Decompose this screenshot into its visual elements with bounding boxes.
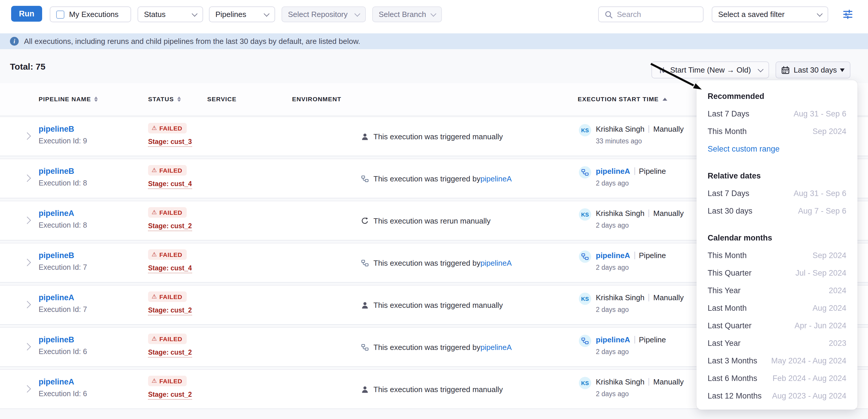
branch-filter-dropdown[interactable]: Select Branch	[372, 6, 442, 22]
sort-dropdown[interactable]: Start Time (New → Old)	[651, 61, 769, 78]
column-header-label: ENVIRONMENT	[292, 95, 341, 102]
failed-stage-link[interactable]: Stage: cust_4	[148, 180, 192, 189]
date-option-range: 2023	[829, 339, 846, 347]
search-input[interactable]: Search	[598, 6, 704, 22]
info-banner: i All executions, including reruns and c…	[0, 33, 868, 49]
pipeline-name-link[interactable]: pipelineA	[39, 293, 74, 302]
date-option-last-30-days[interactable]: Last 30 daysAug 7 - Sep 6	[708, 202, 846, 220]
date-option-this-month[interactable]: This MonthSep 2024	[708, 122, 846, 140]
row-expand-chevron-icon[interactable]	[23, 385, 31, 392]
column-header-label: PIPELINE NAME	[39, 95, 91, 102]
avatar: KS	[579, 377, 591, 389]
status-badge[interactable]: ⚠ FAILED	[148, 249, 187, 260]
date-option-this-year[interactable]: This Year2024	[708, 282, 846, 299]
row-expand-chevron-icon[interactable]	[23, 174, 31, 182]
trigger-pipeline-link[interactable]: pipelineA	[480, 174, 512, 183]
failed-stage-link[interactable]: Stage: cust_2	[148, 391, 192, 400]
column-header-execution-start-time[interactable]: EXECUTION START TIME	[578, 95, 668, 102]
sort-arrows-icon	[177, 96, 181, 101]
row-expand-chevron-icon[interactable]	[23, 301, 31, 308]
actor-pipeline-link[interactable]: pipelineA	[596, 251, 630, 260]
date-option-last-12-months[interactable]: Last 12 MonthsAug 2023 - Aug 2024	[708, 387, 846, 405]
status-badge[interactable]: ⚠ FAILED	[148, 291, 187, 302]
column-header-status[interactable]: STATUS	[148, 95, 181, 102]
branch-filter-label: Select Branch	[379, 10, 426, 19]
actor-pipeline-link[interactable]: pipelineA	[596, 335, 630, 344]
failed-stage-link[interactable]: Stage: cust_2	[148, 349, 192, 358]
pipelines-filter-label: Pipelines	[215, 10, 246, 19]
date-option-last-month[interactable]: Last MonthAug 2024	[708, 299, 846, 317]
actor-name: Krishika Singh	[596, 378, 644, 386]
rerun-icon	[361, 217, 369, 225]
status-badge[interactable]: ⚠ FAILED	[148, 376, 187, 386]
status-badge[interactable]: ⚠ FAILED	[148, 123, 187, 133]
search-placeholder: Search	[617, 10, 641, 19]
saved-filter-label: Select a saved filter	[718, 10, 784, 19]
trigger-type: Manually	[653, 125, 684, 133]
status-badge-label: FAILED	[159, 378, 182, 384]
date-option-last-6-months[interactable]: Last 6 MonthsFeb 2024 - Aug 2024	[708, 369, 846, 387]
trigger-text: This execution was triggered by	[373, 343, 480, 352]
date-option-last-7-days[interactable]: Last 7 DaysAug 31 - Sep 6	[708, 184, 846, 202]
row-expand-chevron-icon[interactable]	[23, 217, 31, 224]
pipelines-filter-dropdown[interactable]: Pipelines	[209, 6, 275, 22]
pipeline-name-link[interactable]: pipelineB	[39, 125, 74, 133]
pipeline-avatar-icon	[579, 166, 591, 179]
date-option-label: Last 6 Months	[708, 374, 757, 382]
trigger-text: This execution was triggered manually	[373, 385, 503, 394]
trigger-pipeline-link[interactable]: pipelineA	[480, 343, 512, 352]
date-option-range: Apr - Jun 2024	[795, 321, 846, 330]
date-option-last-7-days[interactable]: Last 7 DaysAug 31 - Sep 6	[708, 105, 846, 122]
run-button[interactable]: Run	[11, 6, 42, 22]
pipeline-name-link[interactable]: pipelineB	[39, 167, 74, 175]
date-option-label: Select custom range	[708, 144, 780, 153]
date-option-label: Last 12 Months	[708, 391, 762, 400]
chevron-down-icon	[354, 10, 360, 17]
pipeline-name-link[interactable]: pipelineA	[39, 378, 74, 386]
select-custom-range-link[interactable]: Select custom range	[708, 140, 846, 157]
row-expand-chevron-icon[interactable]	[23, 343, 31, 350]
date-range-label: Last 30 days	[794, 66, 837, 74]
failed-stage-link[interactable]: Stage: cust_2	[148, 307, 192, 315]
pipeline-icon	[361, 175, 369, 183]
date-option-last-year[interactable]: Last Year2023	[708, 334, 846, 352]
status-badge[interactable]: ⚠ FAILED	[148, 165, 187, 175]
column-header-environment: ENVIRONMENT	[292, 95, 341, 102]
date-option-range: Jul - Sep 2024	[796, 268, 846, 277]
date-range-button[interactable]: Last 30 days	[776, 61, 850, 78]
failed-stage-link[interactable]: Stage: cust_3	[148, 138, 192, 147]
status-filter-dropdown[interactable]: Status	[137, 6, 203, 22]
date-option-last-quarter[interactable]: Last QuarterApr - Jun 2024	[708, 317, 846, 334]
trigger-info: This execution was triggered by pipeline…	[361, 174, 512, 183]
date-option-this-quarter[interactable]: This QuarterJul - Sep 2024	[708, 264, 846, 282]
trigger-info: This execution was triggered manually	[361, 301, 503, 310]
saved-filter-dropdown[interactable]: Select a saved filter	[712, 6, 828, 22]
row-expand-chevron-icon[interactable]	[23, 132, 31, 139]
my-executions-checkbox[interactable]	[56, 10, 64, 19]
failed-stage-link[interactable]: Stage: cust_4	[148, 264, 192, 273]
filter-sliders-icon[interactable]	[842, 8, 854, 20]
info-icon: i	[10, 37, 19, 46]
execution-start-time: 2 days ago	[596, 222, 629, 229]
actor-pipeline-link[interactable]: pipelineA	[596, 167, 630, 175]
pipeline-name-link[interactable]: pipelineB	[39, 335, 74, 344]
trigger-type: Pipeline	[639, 167, 666, 175]
status-badge[interactable]: ⚠ FAILED	[148, 333, 187, 344]
date-option-range: Aug 2024	[812, 303, 846, 312]
executions-list: Total: 75 Start Time (New → Old) L	[0, 49, 868, 419]
execution-id: Execution Id: 8	[39, 221, 87, 229]
status-badge-label: FAILED	[159, 125, 182, 132]
column-header-pipeline-name[interactable]: PIPELINE NAME	[39, 95, 98, 102]
trigger-info: This execution was triggered manually	[361, 385, 503, 394]
date-option-range: Aug 7 - Sep 6	[798, 206, 846, 215]
row-expand-chevron-icon[interactable]	[23, 259, 31, 266]
repository-filter-dropdown[interactable]: Select Repository	[282, 6, 366, 22]
date-option-this-month[interactable]: This MonthSep 2024	[708, 246, 846, 264]
pipeline-name-link[interactable]: pipelineB	[39, 251, 74, 260]
failed-stage-link[interactable]: Stage: cust_2	[148, 222, 192, 231]
pipeline-name-link[interactable]: pipelineA	[39, 209, 74, 218]
my-executions-toggle[interactable]: My Executions	[50, 6, 131, 22]
date-option-last-3-months[interactable]: Last 3 MonthsMay 2024 - Aug 2024	[708, 352, 846, 369]
status-badge[interactable]: ⚠ FAILED	[148, 207, 187, 218]
trigger-pipeline-link[interactable]: pipelineA	[480, 259, 512, 267]
